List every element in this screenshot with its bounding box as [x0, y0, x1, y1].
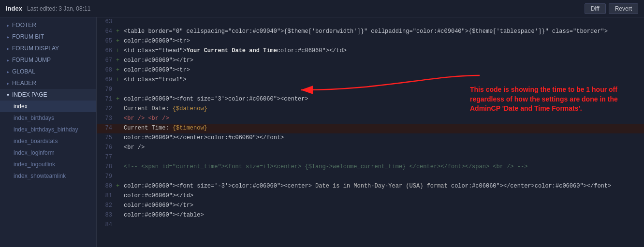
code-line: 83color:#c06060"></table> — [97, 211, 644, 220]
line-number: 77 — [97, 153, 116, 160]
line-plus-indicator — [116, 163, 124, 163]
chevron-right-icon: ▸ — [7, 69, 9, 74]
sidebar-item-label: FOOTER — [12, 22, 36, 29]
line-plus-indicator — [116, 202, 124, 202]
line-number: 66 — [97, 47, 116, 54]
line-content: <br /> <br /> — [124, 115, 644, 122]
line-plus-indicator: + — [116, 95, 124, 102]
line-content: <br /> — [124, 144, 644, 151]
line-plus-indicator: + — [116, 182, 124, 189]
chevron-right-icon: ▸ — [7, 34, 9, 40]
line-number: 82 — [97, 202, 116, 209]
line-number: 63 — [97, 18, 116, 25]
line-plus-indicator — [116, 211, 124, 212]
line-content: color:#c06060"></td> — [124, 192, 644, 199]
sidebar-item-index-page[interactable]: ▾INDEX PAGE — [0, 89, 96, 101]
line-number: 69 — [97, 76, 116, 83]
revert-button[interactable]: Revert — [609, 3, 638, 14]
sidebar-item-forum-bit[interactable]: ▸FORUM BIT — [0, 31, 96, 43]
code-line: 75color:#c06060"></center>color:#c06060"… — [97, 133, 644, 143]
sidebar-sub-item-index[interactable]: index — [0, 101, 96, 112]
line-number: 72 — [97, 105, 116, 112]
sidebar-item-label: HEADER — [12, 80, 36, 87]
line-number: 75 — [97, 134, 116, 141]
line-content — [124, 173, 644, 173]
line-plus-indicator — [116, 86, 124, 86]
line-number: 71 — [97, 95, 116, 102]
sidebar-sub-item-index_birthdays[interactable]: index_birthdays — [0, 112, 96, 124]
line-number: 81 — [97, 192, 116, 199]
editor-area[interactable]: 6364+<table border="0" cellspacing="colo… — [97, 17, 644, 247]
line-content: color:#c06060"></table> — [124, 211, 644, 218]
line-content: color:#c06060"><font size='-3'>color:#c0… — [124, 182, 644, 189]
line-plus-indicator — [116, 173, 124, 173]
line-content: <table border="0" cellspacing="color:#c0… — [124, 28, 644, 35]
sidebar-item-label: FORUM JUMP — [12, 57, 51, 63]
line-plus-indicator: + — [116, 28, 124, 35]
sidebar-sub-item-index_showteamlink[interactable]: index_showteamlink — [0, 170, 96, 182]
line-number: 67 — [97, 57, 116, 64]
line-number: 84 — [97, 221, 116, 228]
chevron-down-icon: ▾ — [7, 92, 9, 98]
line-plus-indicator: + — [116, 47, 124, 54]
line-plus-indicator — [116, 18, 124, 18]
code-line: 65+color:#c06060"><tr> — [97, 37, 644, 46]
chevron-right-icon: ▸ — [7, 46, 9, 51]
sidebar-item-global[interactable]: ▸GLOBAL — [0, 66, 96, 77]
code-lines: 6364+<table border="0" cellspacing="colo… — [97, 17, 644, 230]
code-line: 64+<table border="0" cellspacing="color:… — [97, 27, 644, 37]
code-line: 76<br /> — [97, 143, 644, 153]
sidebar-item-label: INDEX PAGE — [12, 91, 47, 98]
code-line: 66+<td class="thead">Your Current Date a… — [97, 46, 644, 56]
top-bar: index Last edited: 3 Jan, 08:11 Diff Rev… — [0, 0, 644, 17]
code-line: 79 — [97, 172, 644, 182]
line-content — [124, 221, 644, 221]
line-plus-indicator — [116, 134, 124, 134]
line-content: color:#c06060"></center>color:#c06060"><… — [124, 134, 644, 141]
sidebar-sub-item-index_logoutlink[interactable]: index_logoutlink — [0, 159, 96, 170]
line-content: <td class="thead">Your Current Date and … — [124, 47, 644, 54]
line-number: 80 — [97, 182, 116, 189]
line-content: color:#c06060"></tr> — [124, 202, 644, 209]
code-line: 82color:#c06060"></tr> — [97, 201, 644, 211]
last-edited: Last edited: 3 Jan, 08:11 — [27, 5, 90, 12]
sidebar-item-header[interactable]: ▸HEADER — [0, 77, 96, 89]
line-number: 83 — [97, 211, 116, 218]
line-plus-indicator: + — [116, 66, 124, 73]
sidebar-item-label: GLOBAL — [12, 68, 35, 75]
annotation: This code is showing the time to be 1 ho… — [470, 85, 634, 114]
annotation-arrow — [286, 71, 489, 100]
line-number: 73 — [97, 115, 116, 122]
main-layout: ▸FOOTER▸FORUM BIT▸FORUM DISPLAY▸FORUM JU… — [0, 17, 644, 247]
file-title: index — [6, 5, 22, 12]
sidebar-sub-item-index_birthdays_birthday[interactable]: index_birthdays_birthday — [0, 124, 96, 135]
sidebar: ▸FOOTER▸FORUM BIT▸FORUM DISPLAY▸FORUM JU… — [0, 17, 97, 247]
line-plus-indicator: + — [116, 57, 124, 64]
line-plus-indicator — [116, 221, 124, 221]
sidebar-sub-item-index_loginform[interactable]: index_loginform — [0, 147, 96, 159]
code-line: 67+color:#c06060"></tr> — [97, 56, 644, 66]
line-number: 68 — [97, 66, 116, 73]
chevron-right-icon: ▸ — [7, 23, 9, 28]
line-content — [124, 18, 644, 18]
code-line: 77 — [97, 153, 644, 162]
line-plus-indicator — [116, 115, 124, 115]
code-line: 63 — [97, 17, 644, 27]
sidebar-item-forum-display[interactable]: ▸FORUM DISPLAY — [0, 43, 96, 54]
sidebar-item-forum-jump[interactable]: ▸FORUM JUMP — [0, 54, 96, 66]
sidebar-sub-item-index_boardstats[interactable]: index_boardstats — [0, 135, 96, 147]
line-number: 70 — [97, 86, 116, 93]
top-bar-actions: Diff Revert — [585, 3, 638, 14]
chevron-right-icon: ▸ — [7, 58, 9, 63]
line-plus-indicator — [116, 144, 124, 144]
code-line: 73<br /> <br /> — [97, 114, 644, 124]
code-line: 81color:#c06060"></td> — [97, 191, 644, 201]
line-content: color:#c06060"><tr> — [124, 37, 644, 44]
sidebar-item-footer[interactable]: ▸FOOTER — [0, 19, 96, 31]
line-number: 64 — [97, 28, 116, 35]
line-plus-indicator — [116, 105, 124, 105]
diff-button[interactable]: Diff — [585, 3, 606, 14]
line-number: 76 — [97, 144, 116, 151]
sidebar-item-label: FORUM DISPLAY — [12, 45, 59, 52]
line-plus-indicator — [116, 153, 124, 154]
